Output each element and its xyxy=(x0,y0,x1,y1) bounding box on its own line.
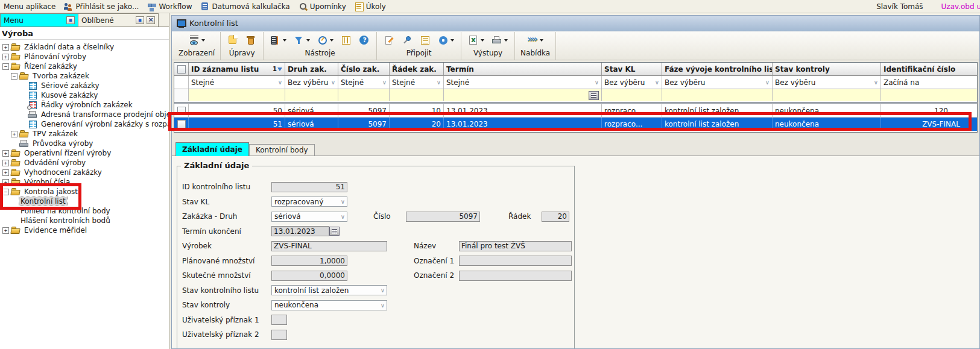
filter-radek-zak[interactable]: Stejné∨ xyxy=(390,76,444,89)
quickfilter-stav-kl[interactable] xyxy=(602,89,662,101)
tab-zakladni-udaje[interactable]: Základní údaje xyxy=(175,142,249,156)
filter-druh-zak[interactable]: Bez výběru∨ xyxy=(285,76,338,89)
expand-toggle-icon[interactable]: − xyxy=(2,189,9,195)
menu-item-menu-aplikace[interactable]: Menu aplikace xyxy=(4,2,55,11)
expand-toggle-icon[interactable]: + xyxy=(2,44,9,51)
expand-toggle-icon[interactable]: + xyxy=(2,179,9,186)
tree-item-zakladni-data-a-ciselniky[interactable]: +Základní data a číselníky xyxy=(0,42,169,52)
expand-toggle-icon[interactable]: + xyxy=(2,160,9,166)
calendar-button[interactable] xyxy=(329,227,340,236)
col-header-termin[interactable]: Termín xyxy=(444,63,602,76)
field-stav-kontroly[interactable]: neukončena∨ xyxy=(271,300,387,310)
tree-item-kontrola-jakosti[interactable]: −Kontrola jakosti xyxy=(0,187,169,197)
row-checkbox-cell[interactable] xyxy=(174,118,189,131)
filter-combo[interactable]: Bez výběru∨ xyxy=(288,76,335,89)
delete-button[interactable] xyxy=(244,34,258,46)
filter-combo[interactable]: Bez výběru∨ xyxy=(775,76,878,89)
tree-item-seriove-zakazky[interactable]: Sériové zakázky xyxy=(0,81,169,90)
print-button[interactable] xyxy=(490,34,509,46)
sidebar-tab-oblibene[interactable]: Oblíbené ▪ × xyxy=(78,13,159,27)
expand-toggle-icon[interactable]: − xyxy=(2,63,9,70)
col-header-stav-kl[interactable]: Stav KL xyxy=(602,63,662,76)
tree-item-tvorba-zakazek[interactable]: −Tvorba zakázek xyxy=(0,71,169,81)
tree-item-pruvodka-vyroby[interactable]: Průvodka výroby xyxy=(0,139,169,148)
help-button[interactable] xyxy=(358,34,371,46)
tree-item-kontrolni-list[interactable]: Kontrolní list xyxy=(0,197,169,206)
row-checkbox[interactable] xyxy=(177,107,186,115)
col-header-faze-vyvoje-kontrolniho-listu[interactable]: Fáze vývoje kontrolního listu xyxy=(662,63,773,76)
expand-toggle-icon[interactable]: + xyxy=(2,54,9,60)
filter-combo[interactable]: Bez výběru∨ xyxy=(604,76,659,89)
col-header-identifikacni-cislo[interactable]: Identifikační číslo xyxy=(881,63,978,76)
tab-kontrolni-body[interactable]: Kontrolní body xyxy=(249,144,315,156)
quickfilter-druh-zak[interactable] xyxy=(285,89,338,101)
tree-item-operativni-rizeni-vyroby[interactable]: +Operativní řízení výroby xyxy=(0,148,169,158)
filter-combo[interactable]: Začíná na∨ xyxy=(884,76,978,89)
panel-collapse-button[interactable]: ▪ xyxy=(66,16,75,24)
tree-item-vyrobni-cisla[interactable]: +Výrobní čísla xyxy=(0,177,169,187)
menu-more-button[interactable] xyxy=(526,34,545,46)
sort-button[interactable] xyxy=(269,34,288,46)
pin-button[interactable] xyxy=(400,34,414,46)
col-header-stav-kontroly[interactable]: Stav kontroly xyxy=(773,63,881,76)
filter-cislo-zak[interactable]: Stejné∨ xyxy=(338,76,390,89)
date-input[interactable]: 13.01.2023 xyxy=(271,226,329,236)
tree-item-kusove-zakazky[interactable]: Kusové zakázky xyxy=(0,90,169,100)
panel-collapse-button[interactable]: ▪ xyxy=(136,16,144,24)
row-checkbox-cell[interactable] xyxy=(174,104,189,117)
quickfilter-stav-kontroly[interactable] xyxy=(773,89,881,101)
select-all-checkbox[interactable] xyxy=(177,65,186,74)
quickfilter-faze-vyvoje-kontrolniho-listu[interactable] xyxy=(662,89,773,101)
view-button[interactable] xyxy=(188,34,206,46)
quickfilter-termin[interactable] xyxy=(444,89,602,101)
filter-id-zaznamu-listu[interactable]: Stejné∨ xyxy=(189,76,285,89)
menu-item-upominky[interactable]: Upomínky xyxy=(299,2,346,11)
field-stav-kl[interactable]: rozpracovaný∨ xyxy=(271,197,347,207)
tree-item-rizeni-zakazky[interactable]: −Řízení zakázky xyxy=(0,61,169,71)
col-header-druh-zak[interactable]: Druh zak. xyxy=(285,63,338,76)
tree-item-vyhodnoceni-zakazky[interactable]: +Vyhodnocení zakázky xyxy=(0,168,169,177)
col-header-cislo-zak[interactable]: Číslo zak. xyxy=(338,63,390,76)
table-row[interactable]: 50sériová50971013.01.2023rozpraco...kont… xyxy=(174,104,978,118)
menu-item-workflow[interactable]: Workflow xyxy=(147,2,192,11)
media-button[interactable] xyxy=(437,34,455,46)
quickfilter-id-zaznamu-listu[interactable] xyxy=(189,89,285,101)
expand-toggle-icon[interactable]: + xyxy=(2,169,9,176)
tree-item-adresna-transformace-prodejni-obje[interactable]: Adresná transformace prodejní obje xyxy=(0,110,169,119)
col-header-select[interactable] xyxy=(174,63,189,76)
tree-item-radky-vyrobnich-zakazek[interactable]: Řádky výrobních zakázek xyxy=(0,100,169,110)
menu-item-datumova-kalkulacka[interactable]: Datumová kalkulačka xyxy=(201,2,290,11)
excel-export-button[interactable] xyxy=(467,34,485,46)
menu-item-prihlasit-se-jako[interactable]: Přihlásit se jako... xyxy=(64,2,139,11)
closed-period-link[interactable]: Uzav.obd u xyxy=(941,2,980,11)
field-zakazka-druh[interactable]: sériová∨ xyxy=(271,212,347,222)
note-button[interactable] xyxy=(382,34,396,46)
filter-stav-kl[interactable]: Bez výběru∨ xyxy=(602,76,662,89)
edit-button[interactable] xyxy=(226,34,239,46)
tree-item-evidence-meridel[interactable]: +Evidence měřidel xyxy=(0,225,169,235)
tree-item-hlaseni-kontrolnich-bodu[interactable]: Hlášení kontrolních bodů xyxy=(0,216,169,225)
table-row[interactable]: 51sériová50972013.01.2023rozpraco...kont… xyxy=(174,118,978,131)
filter-identifikacni-cislo[interactable]: Začíná na∨ xyxy=(881,76,978,89)
filter-combo[interactable]: Stejné∨ xyxy=(392,76,441,89)
expand-toggle-icon[interactable]: + xyxy=(2,150,9,157)
filter-faze-vyvoje-kontrolniho-listu[interactable]: Bez výběru∨ xyxy=(662,76,773,89)
filter-termin[interactable]: Stejné∨ xyxy=(444,76,602,89)
quickfilter-radek-zak[interactable] xyxy=(390,89,444,101)
field-stav-kontrolniho-listu[interactable]: kontrolní list založen∨ xyxy=(271,285,387,295)
quickfilter-identifikacni-cislo[interactable] xyxy=(881,89,978,101)
sidebar-tab-menu[interactable]: Menu ▪ xyxy=(0,13,78,27)
close-icon[interactable]: × xyxy=(147,16,155,24)
tree-item-planovani-vyroby[interactable]: +Plánování výroby xyxy=(0,52,169,61)
menu-item-ukoly[interactable]: Úkoly xyxy=(355,2,386,11)
filter-stav-kontroly[interactable]: Bez výběru∨ xyxy=(773,76,881,89)
col-header-id-zaznamu-listu[interactable]: ID záznamu listu1 xyxy=(189,63,285,76)
expand-toggle-icon[interactable]: + xyxy=(11,131,17,137)
filter-combo[interactable]: Bez výběru∨ xyxy=(665,76,770,89)
filter-combo[interactable]: Stejné∨ xyxy=(446,76,599,89)
tree-item-generovani-vyrobni-zakazky-s-rozpa[interactable]: Generování výrobní zakázky s rozpa xyxy=(0,119,169,129)
tree-item-pohled-na-kontrolni-body[interactable]: Pohled na kontrolní body xyxy=(0,206,169,216)
quickfilter-cislo-zak[interactable] xyxy=(338,89,390,101)
filter-combo[interactable]: Stejné∨ xyxy=(191,76,282,89)
col-header-radek-zak[interactable]: Řádek zak. xyxy=(390,63,444,76)
